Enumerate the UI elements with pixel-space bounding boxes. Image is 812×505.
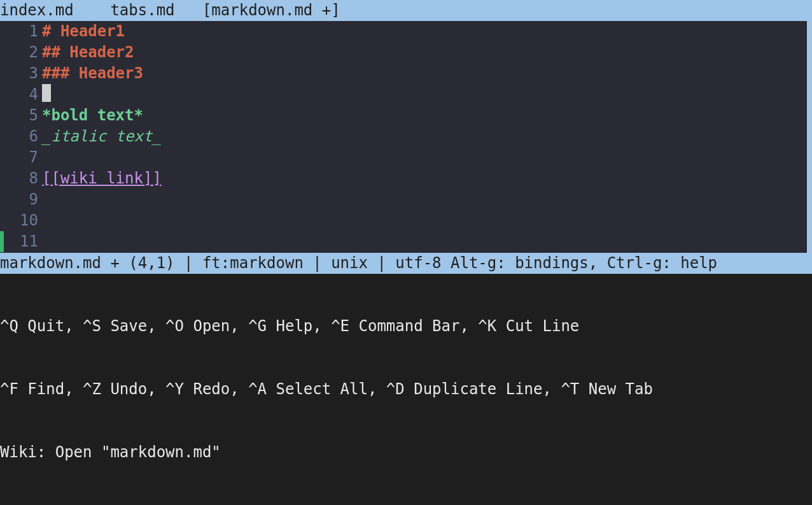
line-number: 12 bbox=[0, 252, 41, 253]
line-content[interactable]: _italic text_ bbox=[41, 126, 162, 147]
help-row-2: ^F Find, ^Z Undo, ^Y Redo, ^A Select All… bbox=[0, 379, 812, 400]
scrollbar-thumb[interactable] bbox=[807, 21, 812, 253]
line-number: 1 bbox=[0, 21, 41, 42]
line-number: 4 bbox=[0, 84, 41, 105]
token: [[wiki link]] bbox=[42, 169, 162, 187]
editor-line[interactable]: 1# Header1 bbox=[0, 21, 812, 42]
line-number: 5 bbox=[0, 105, 41, 126]
tab-index[interactable]: index.md bbox=[0, 0, 74, 21]
help-row-3: Wiki: Open "markdown.md" bbox=[0, 442, 812, 463]
help-bar: ^Q Quit, ^S Save, ^O Open, ^G Help, ^E C… bbox=[0, 274, 812, 505]
line-content[interactable] bbox=[41, 189, 42, 210]
text-cursor bbox=[42, 84, 51, 102]
line-content[interactable]: ## Header2 bbox=[41, 42, 134, 63]
editor-line[interactable]: 9 bbox=[0, 189, 812, 210]
tab-markdown[interactable]: [markdown.md +] bbox=[202, 0, 340, 21]
token: *bold text* bbox=[42, 106, 143, 124]
editor-line[interactable]: 12* bullet list item 1 bbox=[0, 252, 812, 253]
status-bar: markdown.md + (4,1) | ft:markdown | unix… bbox=[0, 253, 812, 274]
line-number: 2 bbox=[0, 42, 41, 63]
line-content[interactable]: # Header1 bbox=[41, 21, 125, 42]
line-number: 7 bbox=[0, 147, 41, 168]
gutter-mark bbox=[0, 231, 4, 252]
line-content[interactable]: *bold text* bbox=[41, 105, 143, 126]
line-number: 9 bbox=[0, 189, 41, 210]
editor-line[interactable]: 10 bbox=[0, 210, 812, 231]
tab-bar: index.md tabs.md [markdown.md +] bbox=[0, 0, 812, 21]
editor-app: index.md tabs.md [markdown.md +] 1# Head… bbox=[0, 0, 812, 505]
editor-line[interactable]: 11 bbox=[0, 231, 812, 252]
vertical-scrollbar[interactable] bbox=[807, 21, 812, 253]
token: # Header1 bbox=[42, 22, 125, 40]
editor-line[interactable]: 4 bbox=[0, 84, 812, 105]
line-content[interactable]: ### Header3 bbox=[41, 63, 143, 84]
editor-line[interactable]: 7 bbox=[0, 147, 812, 168]
editor-line[interactable]: 3### Header3 bbox=[0, 63, 812, 84]
line-number: 8 bbox=[0, 168, 41, 189]
line-number: 10 bbox=[0, 210, 41, 231]
line-content[interactable]: * bullet list item 1 bbox=[41, 252, 226, 253]
tab-tabs[interactable]: tabs.md bbox=[110, 0, 174, 21]
editor-line[interactable]: 2## Header2 bbox=[0, 42, 812, 63]
editor-line[interactable]: 6_italic text_ bbox=[0, 126, 812, 147]
line-content[interactable] bbox=[41, 84, 51, 105]
token: _italic text_ bbox=[42, 127, 162, 145]
line-content[interactable] bbox=[41, 210, 42, 231]
line-content[interactable]: [[wiki link]] bbox=[41, 168, 162, 189]
editor-line[interactable]: 5*bold text* bbox=[0, 105, 812, 126]
line-number: 3 bbox=[0, 63, 41, 84]
line-number: 6 bbox=[0, 126, 41, 147]
token: ## Header2 bbox=[42, 43, 134, 61]
token: ### Header3 bbox=[42, 64, 143, 82]
editor-area[interactable]: 1# Header12## Header23### Header345*bold… bbox=[0, 21, 812, 253]
line-content[interactable] bbox=[41, 147, 42, 168]
line-content[interactable] bbox=[41, 231, 42, 252]
editor-line[interactable]: 8[[wiki link]] bbox=[0, 168, 812, 189]
help-row-1: ^Q Quit, ^S Save, ^O Open, ^G Help, ^E C… bbox=[0, 316, 812, 337]
line-number: 11 bbox=[0, 231, 41, 252]
editor-lines: 1# Header12## Header23### Header345*bold… bbox=[0, 21, 812, 253]
